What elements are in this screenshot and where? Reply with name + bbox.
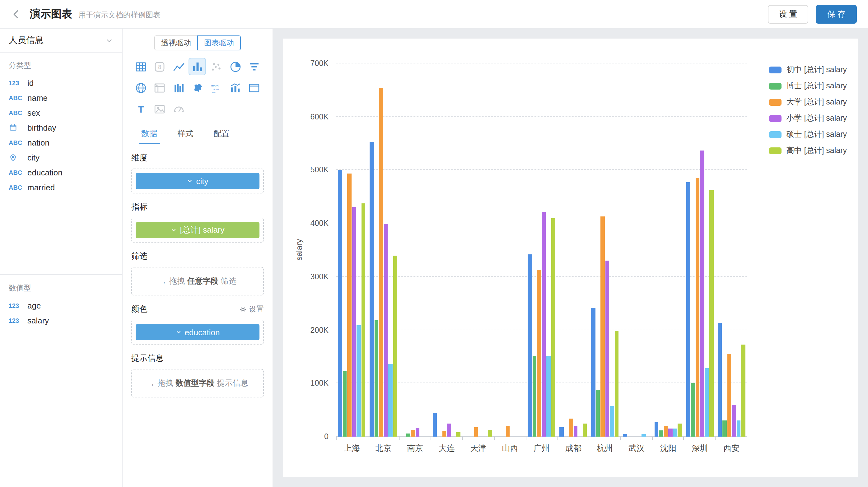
numeric-section: 数值型 123age123salary xyxy=(0,274,122,328)
legend-item[interactable]: 博士 [总计] salary xyxy=(769,81,847,91)
x-axis-label: 南京 xyxy=(399,443,431,454)
gear-icon xyxy=(239,305,247,313)
field-name[interactable]: ABCname xyxy=(0,90,122,105)
dimension-dropbox[interactable]: city xyxy=(131,168,264,193)
x-axis-label: 山西 xyxy=(494,443,526,454)
bar xyxy=(600,217,604,436)
x-axis-label: 沈阳 xyxy=(652,443,684,454)
bar-group-深圳 xyxy=(684,63,716,436)
bar xyxy=(379,87,383,436)
bar xyxy=(393,256,397,436)
bar-group-成都 xyxy=(558,63,589,436)
back-button[interactable] xyxy=(7,5,25,23)
tooltip-section: 提示信息 → 拖拽数值型字段提示信息 xyxy=(131,353,264,397)
x-axis-labels: 上海北京南京大连天津山西广州成都杭州武汉沈阳深圳西安 xyxy=(336,443,747,454)
numeric-type-icon: 123 xyxy=(9,79,27,86)
legend-label: 高中 [总计] salary xyxy=(786,145,847,156)
field-nation[interactable]: ABCnation xyxy=(0,135,122,150)
field-id[interactable]: 123id xyxy=(0,75,122,90)
text-icon[interactable]: T xyxy=(132,100,149,118)
legend-label: 大学 [总计] salary xyxy=(786,97,847,107)
bar xyxy=(411,430,415,436)
line-chart-icon[interactable] xyxy=(170,58,187,75)
legend-item[interactable]: 初中 [总计] salary xyxy=(769,65,847,75)
text-type-icon: ABC xyxy=(9,169,27,176)
x-tick xyxy=(495,436,526,440)
text-type-icon: ABC xyxy=(9,139,27,146)
metric-pill[interactable]: [总计] salary xyxy=(136,222,259,238)
tab-data[interactable]: 数据 xyxy=(131,123,167,144)
dataset-selector[interactable]: 人员信息 xyxy=(0,29,122,53)
tab-style[interactable]: 样式 xyxy=(167,123,204,144)
x-axis-label: 北京 xyxy=(368,443,400,454)
metric-section: 指标 [总计] salary xyxy=(131,201,264,242)
dimension-section: 维度 city xyxy=(131,152,264,193)
field-name: nation xyxy=(27,138,50,147)
funnel-icon[interactable] xyxy=(246,58,263,75)
table-icon[interactable] xyxy=(132,58,149,75)
scatter-icon[interactable] xyxy=(208,58,225,75)
bar xyxy=(389,364,393,436)
settings-button[interactable]: 设 置 xyxy=(768,5,809,23)
legend-item[interactable]: 大学 [总计] salary xyxy=(769,97,847,107)
field-name: age xyxy=(27,301,41,310)
legend-item[interactable]: 高中 [总计] salary xyxy=(769,145,847,156)
tab-chart-driven[interactable]: 图表驱动 xyxy=(197,35,241,51)
field-salary[interactable]: 123salary xyxy=(0,313,122,328)
dimension-pill[interactable]: city xyxy=(136,173,259,189)
svg-text:8: 8 xyxy=(158,64,161,70)
bar xyxy=(669,428,673,436)
bar xyxy=(686,182,690,436)
globe-icon[interactable] xyxy=(132,79,149,96)
chart-type-grid: 8wordcloudwordT xyxy=(131,58,264,118)
legend-item[interactable]: 小学 [总计] salary xyxy=(769,113,847,124)
legend-item[interactable]: 硕士 [总计] salary xyxy=(769,129,847,140)
color-dropbox[interactable]: education xyxy=(131,320,264,345)
metric-dropbox[interactable]: [总计] salary xyxy=(131,218,264,242)
chevron-down-icon xyxy=(105,36,113,44)
frame-icon[interactable] xyxy=(246,79,263,96)
filter-section: 筛选 → 拖拽任意字段筛选 xyxy=(131,251,264,295)
bar xyxy=(406,433,410,436)
color-pill[interactable]: education xyxy=(136,324,259,340)
field-birthday[interactable]: birthday xyxy=(0,120,122,135)
field-age[interactable]: 123age xyxy=(0,298,122,313)
image-icon[interactable] xyxy=(151,100,168,118)
filter-dropzone[interactable]: → 拖拽任意字段筛选 xyxy=(131,267,264,295)
bar xyxy=(560,427,564,436)
color-settings-button[interactable]: 设置 xyxy=(239,304,264,315)
bar-chart-icon[interactable] xyxy=(189,58,206,75)
field-education[interactable]: ABCeducation xyxy=(0,165,122,180)
field-married[interactable]: ABCmarried xyxy=(0,180,122,195)
calendar-type-icon xyxy=(9,123,27,132)
bar xyxy=(695,178,700,436)
bar xyxy=(352,207,356,436)
field-name: name xyxy=(27,93,48,102)
bar-group-武汉 xyxy=(621,63,652,436)
china-map-icon[interactable] xyxy=(189,79,206,96)
metric-label: 指标 xyxy=(131,201,148,213)
gauge-icon[interactable] xyxy=(170,100,187,118)
pivot-table-icon[interactable] xyxy=(151,79,168,96)
number-8-icon[interactable]: 8 xyxy=(151,58,168,75)
field-sex[interactable]: ABCsex xyxy=(0,105,122,120)
save-button[interactable]: 保 存 xyxy=(816,5,857,23)
pie-chart-icon[interactable] xyxy=(227,58,244,75)
word-cloud-icon[interactable]: wordcloudword xyxy=(208,79,225,96)
histogram-icon[interactable] xyxy=(170,79,187,96)
bar-group-大连 xyxy=(431,63,463,436)
bar xyxy=(542,212,546,436)
tab-config[interactable]: 配置 xyxy=(204,123,240,144)
bar xyxy=(533,355,537,436)
x-tick xyxy=(432,436,463,440)
chart-card: salary 0100K200K300K400K500K600K700K 上海北… xyxy=(283,38,858,477)
bar-group-杭州 xyxy=(589,63,621,436)
tooltip-dropzone[interactable]: → 拖拽数值型字段提示信息 xyxy=(131,369,264,397)
field-city[interactable]: city xyxy=(0,150,122,165)
combo-chart-icon[interactable] xyxy=(227,79,244,96)
field-name: city xyxy=(27,153,39,162)
bar xyxy=(375,320,379,436)
config-panel: 透视驱动 图表驱动 8wordcloudwordT 数据 样式 配置 维度 ci… xyxy=(123,29,273,487)
tab-pivot-driven[interactable]: 透视驱动 xyxy=(154,35,198,51)
bar-group-北京 xyxy=(368,63,400,436)
